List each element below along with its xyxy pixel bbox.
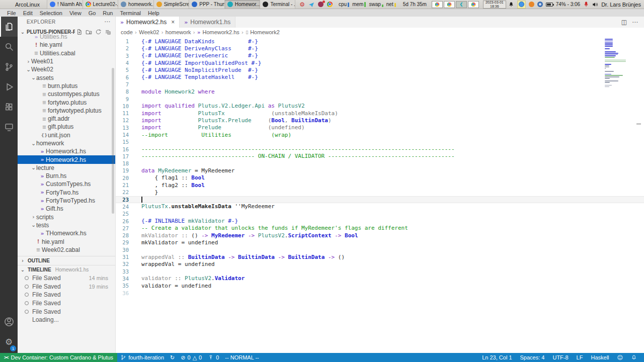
telegram-icon[interactable]: [308, 2, 314, 8]
menu-file[interactable]: File: [4, 10, 19, 16]
code-line[interactable]: 24PlutusTx.unstableMakeIsData ''MyRedeem…: [116, 203, 644, 210]
breadcrumb-homework[interactable]: homework: [166, 29, 191, 35]
split-editor-icon[interactable]: ◫: [621, 19, 627, 26]
code-line[interactable]: 23: [116, 196, 644, 203]
timeline-header[interactable]: ⌄ TIMELINE Homework1.hs: [18, 265, 115, 274]
code-line[interactable]: 21 , flag2 :: Bool: [116, 182, 644, 189]
code-line[interactable]: 34validator :: PlutusV2.Validator: [116, 275, 644, 282]
tree-item-gift-addr[interactable]: ≡gift.addr: [18, 115, 115, 123]
taskbar-window[interactable]: Terminal - ...: [260, 0, 295, 9]
menu-edit[interactable]: Edit: [20, 10, 36, 16]
messenger-icon[interactable]: [318, 2, 324, 7]
account-icon[interactable]: [0, 312, 18, 332]
code-line[interactable]: 33: [116, 268, 644, 275]
clock[interactable]: 2023-03-01 18:36: [483, 1, 506, 9]
code-line[interactable]: 12import PlutusTx.Prelude (Bool, Builtin…: [116, 117, 644, 124]
code-line[interactable]: 4{-# LANGUAGE ImportQualifiedPost #-}: [116, 59, 644, 66]
vim-mode-indicator[interactable]: -- NORMAL --: [222, 354, 262, 360]
chrome-tray-icon[interactable]: [327, 2, 333, 7]
code-line[interactable]: 17---------------------------------- ON-…: [116, 153, 644, 160]
tree-item-fortytwotyped-plutus[interactable]: ≡fortytwotyped.plutus: [18, 107, 115, 115]
tree-item-fortytwotyped-hs[interactable]: »FortyTwoTyped.hs: [18, 197, 115, 205]
code-line[interactable]: 9: [116, 95, 644, 102]
menu-run[interactable]: Run: [100, 10, 116, 16]
cursor-position[interactable]: Ln 23, Col 1: [479, 354, 515, 360]
update-notifier-icon[interactable]: ⚙: [299, 2, 305, 8]
breadcrumb-module[interactable]: Homework2: [250, 29, 280, 35]
code-line[interactable]: 29mkValidator = undefined: [116, 239, 644, 246]
tab-homework2[interactable]: » Homework2.hs ×: [116, 17, 180, 28]
tree-item-assets[interactable]: ⌄assets: [18, 73, 115, 81]
code-line[interactable]: 30: [116, 246, 644, 253]
code-line[interactable]: 32wrappedVal = undefined: [116, 260, 644, 267]
extensions-icon[interactable]: [0, 97, 18, 117]
search-icon[interactable]: [0, 37, 18, 57]
taskbar-window[interactable]: ! Niamh Ah...: [47, 0, 83, 9]
close-icon[interactable]: ×: [171, 19, 175, 26]
menu-selection[interactable]: Selection: [37, 10, 65, 16]
code-line[interactable]: 15: [116, 138, 644, 145]
tree-item-utilities-hs[interactable]: »Utilities.hs: [18, 33, 115, 41]
workspace-preview-2[interactable]: [444, 1, 455, 8]
keyboard-layout-icon[interactable]: [537, 2, 543, 7]
code-line[interactable]: 3{-# LANGUAGE DeriveGeneric #-}: [116, 52, 644, 59]
sync-button[interactable]: ↻: [167, 354, 178, 361]
app-menu-arcolinux[interactable]: ArcoLinux: [0, 2, 47, 8]
tree-item-gift-plutus[interactable]: ≡gift.plutus: [18, 123, 115, 131]
workspace-preview-4[interactable]: [468, 1, 479, 8]
menu-view[interactable]: View: [66, 10, 85, 16]
sidebar-scrollbar[interactable]: [112, 68, 114, 214]
breadcrumb-week02[interactable]: Week02: [139, 29, 159, 35]
problems-indicator[interactable]: ⊘ 0 △ 0: [178, 354, 205, 361]
tree-item-customtypes-hs[interactable]: »CustomTypes.hs: [18, 180, 115, 188]
code-line[interactable]: 25: [116, 210, 644, 217]
timeline-item[interactable]: File Saved14 mins: [18, 274, 115, 283]
breadcrumb-code[interactable]: code: [121, 29, 133, 35]
chromium-tray-highlight[interactable]: [517, 1, 526, 9]
taskbar-window[interactable]: Lecture02-...: [83, 0, 118, 9]
workspace-preview-1[interactable]: [432, 1, 443, 8]
feedback-button[interactable]: ☺: [614, 354, 626, 361]
tree-item-lecture[interactable]: ⌄lecture: [18, 164, 115, 172]
tree-item-thomework-hs[interactable]: »THomework.hs: [18, 229, 115, 237]
code-line[interactable]: 27-- Create a validator that unlocks the…: [116, 225, 644, 232]
code-line[interactable]: 22 }: [116, 189, 644, 196]
ports-indicator[interactable]: 0: [205, 354, 222, 360]
tree-item-week02-cabal[interactable]: ≡Week02.cabal: [18, 246, 115, 254]
code-line[interactable]: 14--import Utilities (wrap): [116, 131, 644, 138]
code-line[interactable]: 13import Prelude (undefined): [116, 124, 644, 131]
code-line[interactable]: 28mkValidator :: () -> MyRedeemer -> Plu…: [116, 232, 644, 239]
bell-icon[interactable]: [508, 2, 514, 8]
orange-app-icon[interactable]: [529, 2, 534, 7]
remote-indicator[interactable]: >< Dev Container: Custom Cardano & Plutu…: [0, 353, 117, 362]
code-line[interactable]: 1{-# LANGUAGE DataKinds #-}: [116, 38, 644, 45]
workspace-preview-3[interactable]: ❮: [456, 1, 467, 8]
code-area[interactable]: 1{-# LANGUAGE DataKinds #-}2{-# LANGUAGE…: [116, 37, 644, 353]
timeline-item[interactable]: File Saved19 mins: [18, 283, 115, 291]
tree-item-tests[interactable]: ⌄tests: [18, 221, 115, 229]
tree-item-fortytwo-plutus[interactable]: ≡fortytwo.plutus: [18, 98, 115, 106]
tab-homework1[interactable]: » Homework1.hs: [180, 17, 235, 28]
eol-indicator[interactable]: LF: [574, 354, 586, 360]
tree-item-week01[interactable]: ›Week01: [18, 57, 115, 65]
indent-indicator[interactable]: Spaces: 4: [517, 354, 548, 360]
code-line[interactable]: 10import qualified Plutus.V2.Ledger.Api …: [116, 103, 644, 110]
minimap[interactable]: [605, 39, 628, 89]
source-control-icon[interactable]: [0, 57, 18, 77]
volume-icon[interactable]: [592, 2, 598, 8]
taskbar-window[interactable]: PPP - Thun...: [189, 0, 224, 9]
notifications-button[interactable]: [628, 354, 640, 360]
code-line[interactable]: 11import PlutusTx (unstableMakeIsData): [116, 110, 644, 117]
taskbar-window[interactable]: SimpleScre...: [153, 0, 189, 9]
code-line[interactable]: 26{-# INLINABLE mkValidator #-}: [116, 217, 644, 224]
tree-item-homework2-hs[interactable]: »Homework2.hs: [18, 155, 115, 163]
code-line[interactable]: 18: [116, 160, 644, 167]
language-indicator[interactable]: Haskell: [588, 354, 612, 360]
code-line[interactable]: 6{-# LANGUAGE TemplateHaskell #-}: [116, 73, 644, 80]
timeline-item[interactable]: File Saved: [18, 299, 115, 308]
encoding-indicator[interactable]: UTF-8: [549, 354, 571, 360]
tree-item-hie-yaml[interactable]: !hie.yaml: [18, 237, 115, 245]
tree-item-week02[interactable]: ⌄Week02: [18, 65, 115, 73]
tree-item-customtypes-plutus[interactable]: ≡customtypes.plutus: [18, 90, 115, 98]
tree-item-burn-plutus[interactable]: ≡burn.plutus: [18, 82, 115, 90]
